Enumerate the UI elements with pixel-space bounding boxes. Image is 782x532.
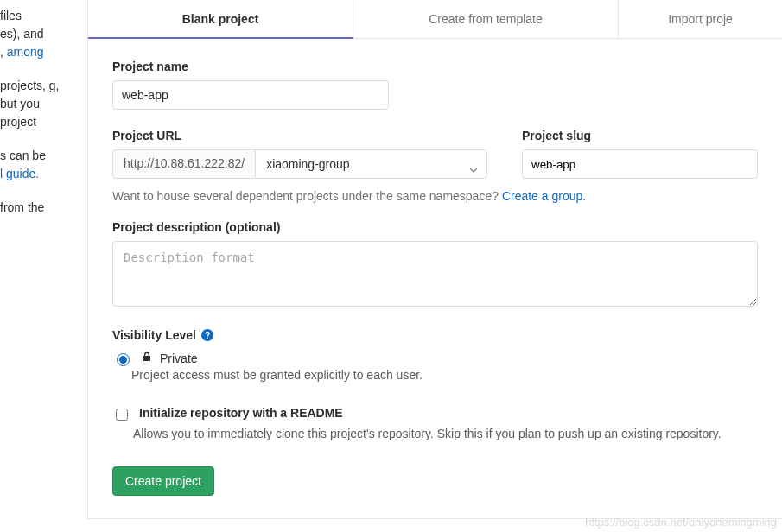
tab-blank-project[interactable]: Blank project bbox=[88, 0, 353, 39]
left-cutoff-text: files es), and , among projects, g, but … bbox=[0, 0, 69, 232]
project-slug-input[interactable] bbox=[522, 149, 758, 179]
new-project-panel: Blank project Create from template Impor… bbox=[87, 0, 782, 519]
create-project-button[interactable]: Create project bbox=[112, 466, 214, 496]
project-url-label: Project URL bbox=[112, 129, 487, 142]
initialize-readme-subtext: Allows you to immediately clone this pro… bbox=[133, 427, 758, 440]
tab-create-from-template[interactable]: Create from template bbox=[353, 0, 619, 38]
project-tabs: Blank project Create from template Impor… bbox=[88, 0, 782, 39]
namespace-selected-value: xiaoming-group bbox=[266, 157, 350, 171]
project-description-input[interactable] bbox=[112, 241, 758, 307]
left-link-guide[interactable]: l guide. bbox=[0, 167, 39, 180]
namespace-hint: Want to house several dependent projects… bbox=[112, 189, 758, 203]
project-slug-label: Project slug bbox=[522, 129, 758, 142]
visibility-private-title: Private bbox=[160, 352, 198, 365]
watermark-text: https://blog.csdn.net/onlyonemingming bbox=[585, 516, 777, 529]
initialize-readme-title: Initialize repository with a README bbox=[139, 406, 343, 420]
project-name-input[interactable] bbox=[112, 80, 389, 110]
create-group-link[interactable]: Create a group. bbox=[502, 189, 586, 203]
project-description-label: Project description (optional) bbox=[112, 220, 758, 234]
initialize-readme-checkbox[interactable] bbox=[116, 408, 128, 421]
project-url-prefix: http://10.88.61.222:82/ bbox=[112, 149, 255, 179]
left-link-among[interactable]: among bbox=[7, 45, 44, 59]
tab-import-project[interactable]: Import proje bbox=[619, 0, 782, 38]
visibility-level-label: Visibility Level ? bbox=[112, 328, 213, 342]
namespace-select[interactable]: xiaoming-group bbox=[255, 149, 487, 179]
help-icon[interactable]: ? bbox=[201, 329, 213, 341]
lock-icon bbox=[141, 351, 153, 365]
visibility-private-radio[interactable] bbox=[117, 353, 130, 366]
chevron-down-icon bbox=[469, 162, 478, 175]
visibility-private-subtext: Project access must be granted explicitl… bbox=[131, 368, 758, 382]
project-name-label: Project name bbox=[112, 60, 758, 73]
